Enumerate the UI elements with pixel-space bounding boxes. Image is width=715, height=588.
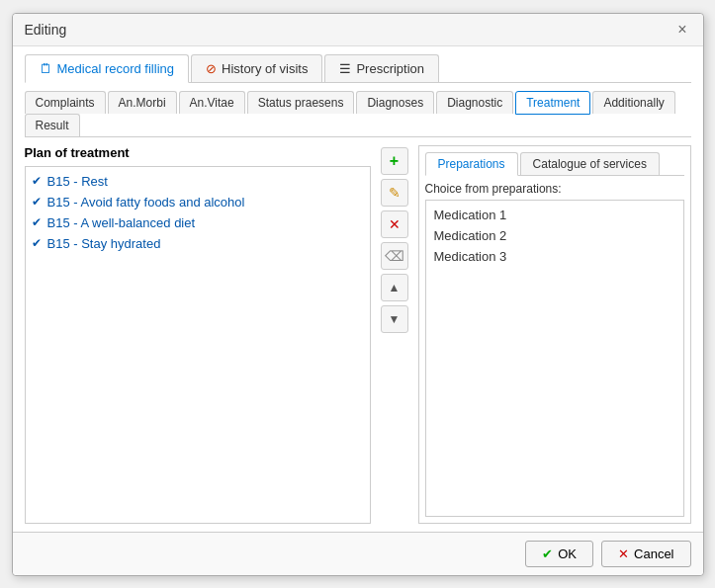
list-item[interactable]: ✔ B15 - A well-balanced diet xyxy=(30,212,366,233)
subtab-an-vitae[interactable]: An.Vitae xyxy=(179,91,245,114)
list-item[interactable]: Medication 3 xyxy=(430,246,679,267)
right-panel: Preparations Catalogue of services Choic… xyxy=(418,145,691,524)
dialog-title: Editing xyxy=(25,22,67,38)
plan-title: Plan of treatment xyxy=(25,145,371,160)
plan-list: ✔ B15 - Rest ✔ B15 - Avoid fatty foods a… xyxy=(25,166,371,524)
right-inner-tabs: Preparations Catalogue of services xyxy=(425,152,684,176)
main-panel: Plan of treatment ✔ B15 - Rest ✔ B15 - A… xyxy=(25,145,691,524)
prescription-icon: ☰ xyxy=(339,61,351,76)
cancel-button[interactable]: ✕ Cancel xyxy=(601,541,690,567)
dialog-content: 🗒 Medical record filling ⊘ History of vi… xyxy=(13,46,703,532)
tab-catalogue[interactable]: Catalogue of services xyxy=(520,152,660,175)
subtab-result[interactable]: Result xyxy=(25,114,80,136)
top-tabs: 🗒 Medical record filling ⊘ History of vi… xyxy=(25,54,691,83)
add-button[interactable]: + xyxy=(381,147,408,175)
subtab-complaints[interactable]: Complaints xyxy=(25,91,106,114)
ok-button[interactable]: ✔ OK xyxy=(525,541,593,567)
close-button[interactable]: × xyxy=(673,22,690,38)
left-panel: Plan of treatment ✔ B15 - Rest ✔ B15 - A… xyxy=(25,145,371,524)
move-up-button[interactable]: ▲ xyxy=(381,274,408,301)
ok-icon: ✔ xyxy=(542,546,553,561)
choice-label: Choice from preparations: xyxy=(425,182,684,196)
check-icon: ✔ xyxy=(32,195,42,209)
move-down-button[interactable]: ▼ xyxy=(381,305,408,333)
check-icon: ✔ xyxy=(32,215,42,229)
subtab-additionally[interactable]: Additionally xyxy=(592,91,674,114)
tab-prescription[interactable]: ☰ Prescription xyxy=(324,54,439,82)
clear-button[interactable]: ⌫ xyxy=(381,242,408,270)
list-item[interactable]: ✔ B15 - Rest xyxy=(30,171,366,192)
tab-preparations[interactable]: Preparations xyxy=(425,152,518,176)
dialog-footer: ✔ OK ✕ Cancel xyxy=(13,532,703,575)
editing-dialog: Editing × 🗒 Medical record filling ⊘ His… xyxy=(12,13,704,576)
subtab-diagnoses[interactable]: Diagnoses xyxy=(356,91,434,114)
list-item[interactable]: Medication 2 xyxy=(430,225,679,246)
list-item[interactable]: ✔ B15 - Avoid fatty foods and alcohol xyxy=(30,192,366,212)
cross-icon: ✕ xyxy=(389,216,401,232)
up-arrow-icon: ▲ xyxy=(389,281,401,294)
sub-tabs: Complaints An.Morbi An.Vitae Status prae… xyxy=(25,91,691,137)
medications-list: Medication 1 Medication 2 Medication 3 xyxy=(425,200,684,517)
subtab-diagnostic[interactable]: Diagnostic xyxy=(436,91,513,114)
cancel-icon: ✕ xyxy=(618,546,629,561)
list-item[interactable]: Medication 1 xyxy=(430,205,679,225)
title-bar: Editing × xyxy=(13,14,703,46)
eraser-icon: ⌫ xyxy=(385,248,404,264)
action-buttons: + ✎ ✕ ⌫ ▲ ▼ xyxy=(375,145,414,524)
check-icon: ✔ xyxy=(32,174,42,188)
subtab-status-praesens[interactable]: Status praesens xyxy=(247,91,355,114)
edit-button[interactable]: ✎ xyxy=(381,179,408,207)
subtab-an-morbi[interactable]: An.Morbi xyxy=(108,91,177,114)
subtab-treatment[interactable]: Treatment xyxy=(515,91,590,115)
delete-button[interactable]: ✕ xyxy=(381,210,408,238)
history-icon: ⊘ xyxy=(206,61,217,76)
tab-medical-record[interactable]: 🗒 Medical record filling xyxy=(25,54,190,83)
plus-icon: + xyxy=(390,152,399,170)
check-icon: ✔ xyxy=(32,236,42,250)
down-arrow-icon: ▼ xyxy=(389,312,401,326)
tab-history-visits[interactable]: ⊘ History of visits xyxy=(191,54,322,82)
pencil-icon: ✎ xyxy=(389,185,401,201)
medical-record-icon: 🗒 xyxy=(40,61,52,76)
list-item[interactable]: ✔ B15 - Stay hydrated xyxy=(30,233,366,254)
